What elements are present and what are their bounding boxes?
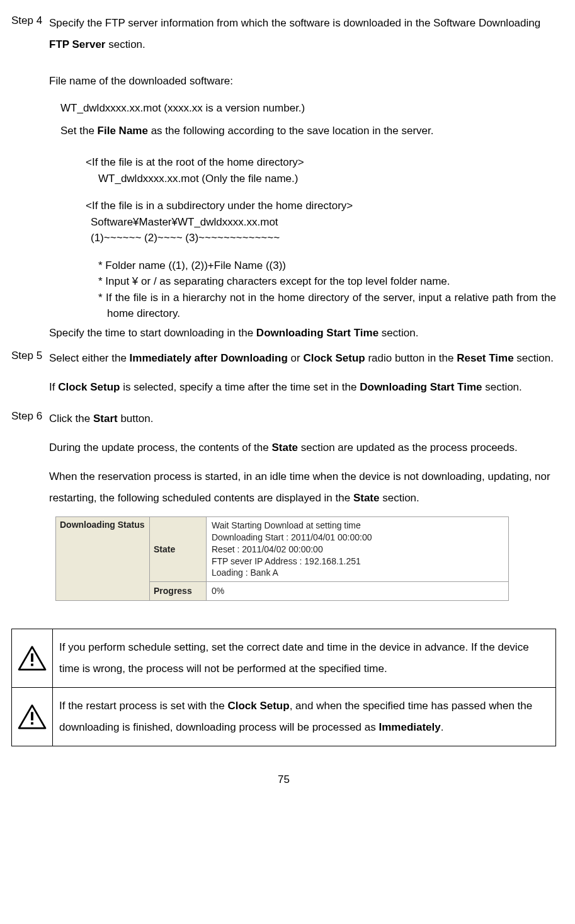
text-line: * Input ¥ or / as separating characters …: [98, 273, 556, 290]
text: as the following according to the save l…: [148, 125, 434, 137]
step4-notes: * Folder name ((1), (2))+File Name ((3))…: [49, 258, 556, 322]
step4-p5: Specify the time to start downloading in…: [49, 324, 556, 341]
caution-table: If you perform schedule setting, set the…: [11, 629, 556, 746]
bold-text: Reset Time: [457, 352, 513, 364]
step5-p2: If Clock Setup is selected, specify a ti…: [49, 377, 556, 398]
text-line: Loading : Bank A: [212, 567, 503, 579]
svg-rect-2: [31, 712, 33, 721]
status-state-label: State: [150, 516, 207, 582]
text: button.: [118, 413, 154, 425]
bold-text: Clock Setup: [303, 352, 365, 364]
step6: Step 6 Click the Start button. During th…: [11, 408, 556, 613]
step4-block2: <If the file is in a subdirectory under …: [49, 198, 556, 246]
bold-text: State: [353, 492, 380, 504]
bold-text: Clock Setup: [227, 700, 289, 712]
text: Set the: [60, 125, 98, 137]
text: section.: [514, 352, 554, 364]
text: Specify the time to start downloading in…: [49, 327, 256, 339]
caution-text-1: If you perform schedule setting, set the…: [53, 629, 556, 688]
warning-icon: [14, 646, 50, 671]
text-line: Software¥Master¥WT_dwldxxxx.xx.mot: [86, 214, 556, 231]
text: Click the: [49, 413, 93, 425]
svg-rect-3: [31, 722, 33, 725]
text: .: [441, 721, 444, 733]
text-line: <If the file is in a subdirectory under …: [86, 198, 556, 214]
bold-text: State: [271, 442, 298, 453]
step4: Step 4 Specify the FTP server informatio…: [11, 13, 556, 345]
status-state-value: Wait Starting Download at setting time D…: [207, 516, 509, 582]
text-line: WT_dwldxxxx.xx.mot (Only the file name.): [86, 171, 556, 187]
text: Select either the: [49, 352, 130, 364]
text: If the restart process is set with the: [59, 700, 227, 712]
bold-text: Clock Setup: [58, 381, 120, 393]
step5-body: Select either the Immediately after Down…: [49, 348, 556, 406]
svg-rect-0: [31, 654, 33, 662]
text: section.: [379, 327, 418, 339]
step6-p2: During the update process, the contents …: [49, 437, 556, 459]
step4-p2: File name of the downloaded software:: [49, 71, 556, 92]
text-line: * Folder name ((1), (2))+File Name ((3)): [98, 258, 556, 274]
text: or: [288, 352, 304, 364]
bold-text: Start: [93, 413, 118, 425]
text: section.: [105, 38, 145, 50]
caution-icon-cell: [12, 629, 53, 688]
step4-p3: WT_dwldxxxx.xx.mot (xxxx.xx is a version…: [49, 100, 556, 117]
text: section.: [379, 492, 419, 504]
text: radio button in the: [365, 352, 457, 364]
status-left-label: Downloading Status: [55, 516, 150, 582]
step6-label: Step 6: [11, 408, 49, 613]
text: Specify the FTP server information from …: [49, 17, 540, 29]
text-line: <If the file is at the root of the home …: [86, 154, 556, 171]
text: is selected, specify a time after the ti…: [120, 381, 360, 393]
bold-text: Downloading Start Time: [256, 327, 379, 339]
caution-row-1: If you perform schedule setting, set the…: [12, 629, 556, 688]
bold-text: Downloading Start Time: [360, 381, 482, 393]
step4-block1: <If the file is at the root of the home …: [49, 154, 556, 186]
caution-row-2: If the restart process is set with the C…: [12, 688, 556, 746]
step5-label: Step 5: [11, 348, 49, 406]
text-line: Downloading Start : 2011/04/01 00:00:00: [212, 532, 503, 544]
status-left-spacer: [55, 582, 150, 601]
step5-p1: Select either the Immediately after Down…: [49, 348, 556, 369]
step4-p1: Specify the FTP server information from …: [49, 13, 556, 55]
text-line: Reset : 2011/04/02 00:00:00: [212, 544, 503, 556]
text: Downloading Status: [60, 520, 145, 530]
downloading-status-panel: Downloading Status State Wait Starting D…: [55, 516, 509, 601]
text-line: Wait Starting Download at setting time: [212, 520, 503, 532]
step5: Step 5 Select either the Immediately aft…: [11, 348, 556, 406]
text: If: [49, 381, 58, 393]
step4-p4: Set the File Name as the following accor…: [49, 120, 556, 142]
text: During the update process, the contents …: [49, 442, 271, 453]
step6-p1: Click the Start button.: [49, 408, 556, 430]
step4-body: Specify the FTP server information from …: [49, 13, 556, 345]
text-line: FTP sever IP Address : 192.168.1.251: [212, 556, 503, 568]
bold-text: Immediately: [379, 721, 440, 733]
bold-text: FTP Server: [49, 38, 105, 50]
caution-icon-cell: [12, 688, 53, 746]
status-progress-value: 0%: [207, 582, 509, 601]
status-progress-label: Progress: [150, 582, 207, 601]
caution-text-2: If the restart process is set with the C…: [53, 688, 556, 746]
bold-text: File Name: [98, 125, 148, 137]
step4-label: Step 4: [11, 13, 49, 345]
bold-text: Immediately after Downloading: [130, 352, 288, 364]
text: section are updated as the process proce…: [298, 442, 518, 453]
step6-body: Click the Start button. During the updat…: [49, 408, 556, 613]
step6-p3: When the reservation process is started,…: [49, 466, 556, 509]
warning-icon: [14, 704, 50, 729]
text: When the reservation process is started,…: [49, 471, 550, 504]
text: section.: [482, 381, 521, 393]
text-line: * If the file is in a hierarchy not in t…: [98, 290, 556, 322]
page-number: 75: [11, 772, 556, 788]
text-line: (1)~~~~~~ (2)~~~~ (3)~~~~~~~~~~~~~: [86, 230, 556, 246]
svg-rect-1: [31, 664, 33, 666]
